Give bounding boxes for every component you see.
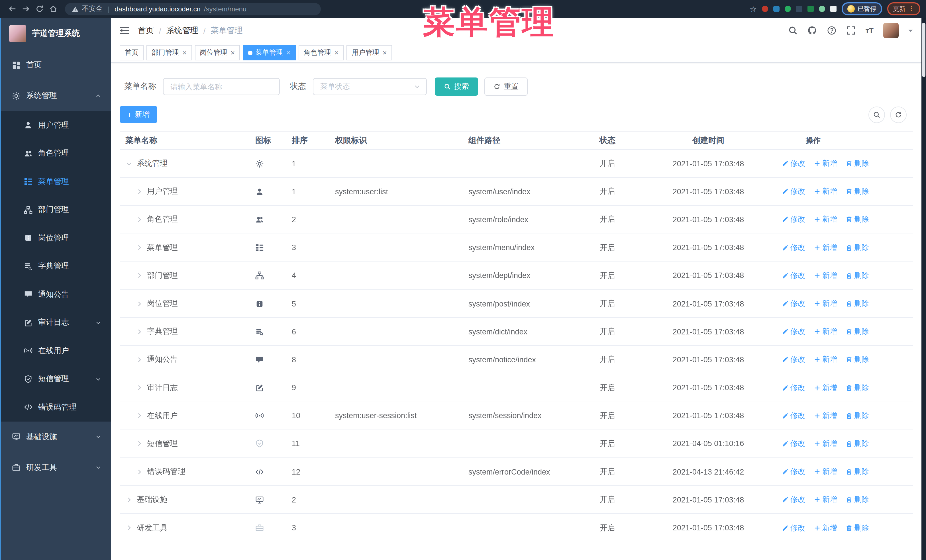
- reset-button[interactable]: 重置: [484, 77, 528, 96]
- tab-角色管理[interactable]: 角色管理×: [299, 45, 344, 60]
- extension-leaf-icon[interactable]: [819, 6, 825, 12]
- edit-action[interactable]: 修改: [782, 495, 805, 505]
- help-icon[interactable]: [826, 26, 836, 35]
- sidebar-item-菜单管理[interactable]: 菜单管理: [0, 168, 111, 196]
- delete-action[interactable]: 删除: [846, 187, 869, 197]
- delete-action[interactable]: 删除: [846, 242, 869, 253]
- scrollbar-thumb[interactable]: [922, 23, 925, 77]
- search-icon[interactable]: [788, 26, 797, 35]
- delete-action[interactable]: 删除: [846, 355, 869, 365]
- forward-icon[interactable]: [20, 3, 32, 15]
- sidebar-item-用户管理[interactable]: 用户管理: [0, 111, 111, 139]
- expand-chevron-right-icon[interactable]: [136, 216, 143, 223]
- breadcrumb-home[interactable]: 首页: [138, 25, 154, 36]
- expand-chevron-right-icon[interactable]: [136, 412, 143, 420]
- tab-首页[interactable]: 首页: [120, 45, 144, 60]
- sidebar-item-在线用户[interactable]: 在线用户: [0, 337, 111, 365]
- add-action[interactable]: 新增: [814, 214, 837, 225]
- delete-action[interactable]: 删除: [846, 495, 869, 505]
- add-action[interactable]: 新增: [814, 187, 837, 197]
- expand-chevron-right-icon[interactable]: [136, 272, 143, 279]
- edit-action[interactable]: 修改: [782, 242, 805, 253]
- delete-action[interactable]: 删除: [846, 383, 869, 393]
- status-select[interactable]: 菜单状态: [313, 78, 427, 95]
- add-action[interactable]: 新增: [814, 355, 837, 365]
- close-icon[interactable]: ×: [230, 49, 235, 56]
- add-action[interactable]: 新增: [814, 326, 837, 337]
- add-action[interactable]: 新增: [814, 270, 837, 281]
- sidebar-item-岗位管理[interactable]: 岗位管理: [0, 224, 111, 252]
- address-bar[interactable]: 不安全 | dashboard.yudao.iocoder.cn/system/…: [65, 3, 321, 15]
- back-icon[interactable]: [6, 3, 18, 15]
- delete-action[interactable]: 删除: [846, 466, 869, 477]
- expand-chevron-right-icon[interactable]: [136, 384, 143, 391]
- extension-puzzle-icon[interactable]: [830, 6, 837, 12]
- edit-action[interactable]: 修改: [782, 214, 805, 225]
- tab-部门管理[interactable]: 部门管理×: [147, 45, 192, 60]
- reload-icon[interactable]: [33, 3, 45, 15]
- expand-chevron-down-icon[interactable]: [126, 160, 133, 167]
- edit-action[interactable]: 修改: [782, 158, 805, 169]
- chevron-down-icon[interactable]: [908, 30, 913, 34]
- bookmark-star-icon[interactable]: ☆: [750, 5, 757, 13]
- show-search-toggle-button[interactable]: [869, 106, 885, 123]
- delete-action[interactable]: 删除: [846, 523, 869, 533]
- edit-action[interactable]: 修改: [782, 411, 805, 421]
- delete-action[interactable]: 删除: [846, 270, 869, 281]
- add-action[interactable]: 新增: [814, 495, 837, 505]
- fullscreen-icon[interactable]: [846, 26, 856, 35]
- close-icon[interactable]: ×: [334, 49, 339, 56]
- sidebar-item-研发工具[interactable]: 研发工具: [0, 452, 111, 483]
- refresh-table-button[interactable]: [890, 106, 906, 123]
- add-action[interactable]: 新增: [814, 299, 837, 309]
- edit-action[interactable]: 修改: [782, 383, 805, 393]
- add-action[interactable]: 新增: [814, 523, 837, 533]
- add-action[interactable]: 新增: [814, 411, 837, 421]
- extension-red-icon[interactable]: [762, 6, 768, 12]
- paused-badge[interactable]: 已暂停: [842, 2, 882, 15]
- expand-chevron-right-icon[interactable]: [136, 300, 143, 307]
- sidebar-item-短信管理[interactable]: 短信管理: [0, 365, 111, 393]
- delete-action[interactable]: 删除: [846, 326, 869, 337]
- close-icon[interactable]: ×: [383, 49, 387, 56]
- add-action[interactable]: 新增: [814, 383, 837, 393]
- extension-green-check-icon[interactable]: [785, 6, 791, 12]
- font-size-icon[interactable]: тT: [865, 26, 873, 35]
- sidebar-item-基础设施[interactable]: 基础设施: [0, 421, 111, 452]
- add-action[interactable]: 新增: [814, 242, 837, 253]
- add-action[interactable]: 新增: [814, 439, 837, 449]
- delete-action[interactable]: 删除: [846, 411, 869, 421]
- menu-name-input[interactable]: [163, 78, 280, 95]
- expand-chevron-right-icon[interactable]: [126, 496, 133, 504]
- edit-action[interactable]: 修改: [782, 523, 805, 533]
- edit-action[interactable]: 修改: [782, 355, 805, 365]
- edit-action[interactable]: 修改: [782, 466, 805, 477]
- github-icon[interactable]: [807, 26, 817, 35]
- tab-岗位管理[interactable]: 岗位管理×: [195, 45, 240, 60]
- add-action[interactable]: 新增: [814, 158, 837, 169]
- avatar[interactable]: [883, 23, 899, 38]
- hamburger-icon[interactable]: [120, 26, 129, 35]
- extension-on-badge-icon[interactable]: [808, 6, 814, 12]
- edit-action[interactable]: 修改: [782, 299, 805, 309]
- expand-chevron-right-icon[interactable]: [136, 328, 143, 335]
- sidebar-item-首页[interactable]: 首页: [0, 50, 111, 80]
- edit-action[interactable]: 修改: [782, 270, 805, 281]
- add-action[interactable]: 新增: [814, 466, 837, 477]
- sidebar-item-角色管理[interactable]: 角色管理: [0, 139, 111, 168]
- sidebar-item-错误码管理[interactable]: 错误码管理: [0, 393, 111, 421]
- expand-chevron-right-icon[interactable]: [126, 524, 133, 531]
- delete-action[interactable]: 删除: [846, 158, 869, 169]
- sidebar-item-系统管理[interactable]: 系统管理: [0, 80, 111, 111]
- breadcrumb-system[interactable]: 系统管理: [166, 25, 198, 36]
- close-icon[interactable]: ×: [286, 49, 291, 56]
- expand-chevron-right-icon[interactable]: [136, 244, 143, 251]
- expand-chevron-right-icon[interactable]: [136, 468, 143, 475]
- search-button[interactable]: 搜索: [435, 77, 478, 96]
- edit-action[interactable]: 修改: [782, 326, 805, 337]
- tab-用户管理[interactable]: 用户管理×: [347, 45, 392, 60]
- home-icon[interactable]: [47, 3, 59, 15]
- sidebar-item-字典管理[interactable]: 字典管理: [0, 252, 111, 280]
- scrollbar-track[interactable]: [921, 18, 926, 560]
- edit-action[interactable]: 修改: [782, 439, 805, 449]
